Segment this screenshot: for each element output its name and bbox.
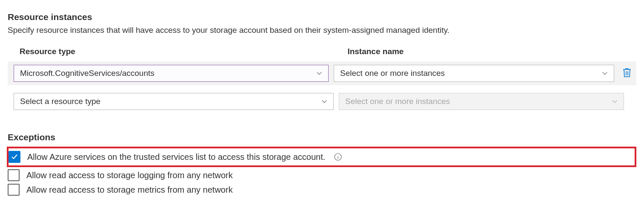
exception-row-metrics: Allow read access to storage metrics fro…: [8, 182, 636, 197]
resource-instances-description: Specify resource instances that will hav…: [8, 26, 636, 35]
instance-name-dropdown[interactable]: Select one or more instances: [334, 65, 614, 82]
resource-instances-heading: Resource instances: [8, 12, 636, 22]
chevron-down-icon: [612, 98, 618, 104]
exception-checkbox[interactable]: [8, 169, 20, 181]
instance-name-dropdown: Select one or more instances: [339, 93, 624, 110]
instance-name-value: Select one or more instances: [345, 97, 450, 106]
resource-type-value: Microsoft.CognitiveServices/accounts: [20, 69, 155, 78]
resource-row: Microsoft.CognitiveServices/accounts Sel…: [8, 61, 636, 85]
delete-row-button[interactable]: [621, 67, 633, 79]
chevron-down-icon: [602, 70, 608, 76]
resource-row: Select a resource type Select one or mor…: [8, 90, 636, 113]
exception-row-logging: Allow read access to storage logging fro…: [8, 168, 636, 182]
exception-checkbox[interactable]: [9, 151, 20, 163]
exception-label: Allow read access to storage metrics fro…: [26, 185, 233, 195]
exception-row-trusted-services: Allow Azure services on the trusted serv…: [7, 147, 636, 167]
exception-label: Allow Azure services on the trusted serv…: [27, 152, 325, 162]
svg-point-1: [338, 155, 338, 156]
resource-type-value: Select a resource type: [20, 97, 100, 106]
exception-label: Allow read access to storage logging fro…: [26, 171, 233, 180]
resource-type-dropdown[interactable]: Select a resource type: [14, 93, 334, 110]
exception-checkbox[interactable]: [8, 184, 20, 196]
exceptions-heading: Exceptions: [8, 132, 636, 142]
column-headers-row: Resource type Instance name: [8, 47, 636, 56]
instance-name-value: Select one or more instances: [340, 69, 445, 78]
column-header-resource-type: Resource type: [20, 47, 339, 56]
column-header-instance-name: Instance name: [347, 47, 636, 56]
resource-type-dropdown[interactable]: Microsoft.CognitiveServices/accounts: [14, 65, 329, 82]
chevron-down-icon: [316, 70, 322, 76]
trash-icon: [622, 67, 632, 79]
chevron-down-icon: [321, 98, 327, 104]
info-icon[interactable]: [334, 153, 342, 161]
